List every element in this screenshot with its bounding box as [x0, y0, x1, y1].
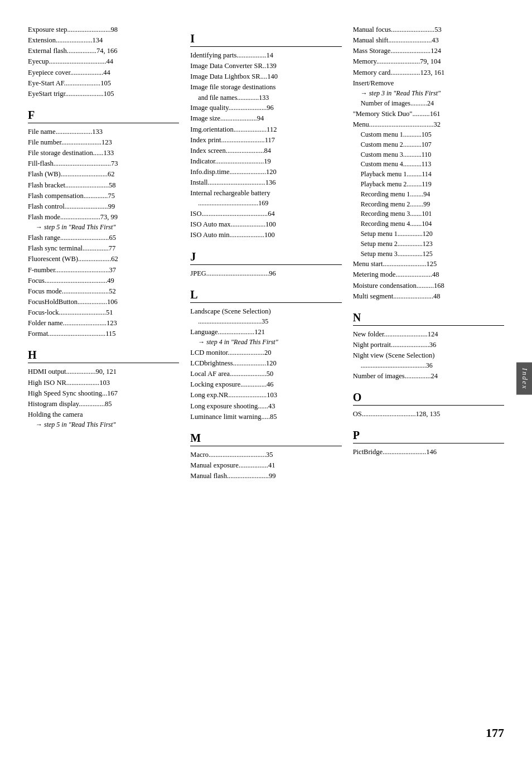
index-entry: Moisture condensation..........168 [353, 281, 504, 291]
index-entry: LCDbrightness...................120 [190, 358, 341, 368]
index-entry: Menu start.........................125 [353, 259, 504, 269]
index-entry: Index screen......................84 [190, 146, 341, 156]
index-entry: Fill-flash..............................… [28, 158, 179, 168]
index-entry: LCD monitor.....................20 [190, 348, 341, 358]
index-entry: Image size.....................94 [190, 113, 341, 123]
index-entry: Exposure step.........................98 [28, 25, 179, 35]
column-1: Exposure step.........................98… [28, 22, 179, 481]
index-entry: Night portrait......................36 [353, 340, 504, 350]
sub-entry: Number of images..........24 [353, 99, 504, 108]
index-entry: Manual exposure.................41 [190, 460, 341, 470]
index-entry: Image Data Lightbox SR....140 [190, 71, 341, 81]
index-entry: Insert/Remove [353, 78, 504, 88]
sub-entry: Setup menu 3...............125 [353, 249, 504, 259]
index-entry: Image file storage destinations [190, 82, 341, 92]
page-number: 177 [486, 726, 504, 740]
sub-entry: ....................................169 [190, 199, 341, 208]
section-letter-o: O [353, 391, 504, 406]
index-entry: Manual focus.........................53 [353, 25, 504, 35]
sub-entry: ......................................35 [190, 317, 341, 326]
index-entry: Menu....................................… [353, 119, 504, 129]
sub-entry: Recording menu 4.......104 [353, 219, 504, 229]
index-entry: Eyecup.................................4… [28, 56, 179, 66]
arrow-sub-entry: → step 3 in "Read This First" [353, 89, 504, 98]
section-letter-m: M [190, 432, 341, 446]
index-entry: HDMI output.................90, 121 [28, 367, 179, 377]
section-letter-j: J [190, 250, 341, 265]
index-entry: High ISO NR...................103 [28, 378, 179, 388]
index-entry: F-number...............................3… [28, 265, 179, 275]
arrow-sub-entry: → step 5 in "Read This First" [28, 420, 179, 429]
index-entry: Install.................................… [190, 177, 341, 187]
index-entry: Macro.................................35 [190, 450, 341, 460]
index-entry: Metering mode.....................48 [353, 269, 504, 279]
index-entry: Eyepiece cover...................44 [28, 67, 179, 78]
index-entry: Night view (Scene Selection) [353, 350, 504, 360]
sub-entry: Playback menu 2.........119 [353, 180, 504, 189]
index-entry: ISO Auto max....................100 [190, 219, 341, 229]
index-entry: Focus-lock...........................51 [28, 307, 179, 317]
index-entry: Holding the camera [28, 409, 179, 420]
sub-entry: Custom menu 4...........113 [353, 160, 504, 169]
index-entry: File name.....................133 [28, 127, 179, 137]
sub-entry: Recording menu 3.......101 [353, 209, 504, 219]
index-entry: High Speed Sync shooting...167 [28, 388, 179, 398]
page: Exposure step.........................98… [0, 0, 532, 757]
arrow-sub-entry: → step 4 in "Read This First" [190, 337, 341, 346]
index-entry: File number.......................123 [28, 137, 179, 147]
sub-entry: Custom menu 3...........110 [353, 150, 504, 160]
sub-entry: Custom menu 2...........107 [353, 140, 504, 150]
index-entry: Flash (WB)...........................62 [28, 169, 179, 179]
index-entry: Memory card.................123, 161 [353, 67, 504, 78]
column-2: IIdentifying parts.................14Ima… [190, 22, 341, 481]
index-entry: Language.....................121 [190, 327, 341, 337]
index-entry: Info.disp.time.....................120 [190, 167, 341, 177]
sub-entry: Setup menu 2...............123 [353, 239, 504, 249]
index-entry: File storage destination......133 [28, 148, 179, 158]
sub-entry: Custom menu 1...........105 [353, 130, 504, 139]
index-tab: Index [516, 362, 532, 395]
section-letter-n: N [353, 311, 504, 326]
index-entry: Locking exposure...............46 [190, 379, 341, 389]
index-entry: ISO.....................................… [190, 209, 341, 219]
section-letter-l: L [190, 288, 341, 303]
index-entry: Fluorescent (WB)...................62 [28, 254, 179, 264]
index-entry: OS...............................128, 13… [353, 409, 504, 419]
index-entry: Number of images...............24 [353, 371, 504, 381]
index-entry: Flash compensation..............75 [28, 191, 179, 201]
sub-entry: Setup menu 1...............120 [353, 229, 504, 239]
index-entry: FocusHoldButton.................106 [28, 297, 179, 307]
index-entry: Manual shift.........................43 [353, 35, 504, 45]
index-entry: Extension.....................134 [28, 35, 179, 45]
index-entry: Image Data Converter SR..139 [190, 61, 341, 71]
index-entry: ISO Auto min....................100 [190, 230, 341, 240]
index-columns: Exposure step.........................98… [28, 22, 504, 481]
sub-entry: Playback menu 1.........114 [353, 170, 504, 179]
index-entry: Image quality......................96 [190, 103, 341, 113]
index-entry: JPEG....................................… [190, 268, 341, 278]
index-entry: Local AF area.....................50 [190, 369, 341, 379]
index-entry: Flash bracket.........................58 [28, 180, 179, 190]
index-entry: Folder name.........................123 [28, 318, 179, 328]
sub-entry: and file names.............133 [190, 93, 341, 103]
index-entry: Identifying parts.................14 [190, 50, 341, 60]
index-entry: Eye-Start AF.....................105 [28, 78, 179, 88]
index-entry: Flash range............................6… [28, 233, 179, 243]
index-entry: Manual flash........................99 [190, 471, 341, 481]
index-entry: Flash mode.......................73, 99 [28, 212, 179, 222]
section-letter-f: F [28, 109, 179, 123]
index-entry: Long exposure shooting......43 [190, 401, 341, 411]
section-letter-i: I [190, 32, 341, 47]
index-entry: Flash control.........................99 [28, 201, 179, 211]
section-letter-h: H [28, 349, 179, 363]
arrow-sub-entry: → step 5 in "Read This First" [28, 223, 179, 232]
index-entry: Multi segment.......................48 [353, 291, 504, 301]
index-entry: EyeStart trigr......................105 [28, 89, 179, 99]
index-entry: Histogram display...............85 [28, 399, 179, 409]
index-entry: Mass Storage.......................124 [353, 46, 504, 56]
index-entry: Img.orientation...................112 [190, 124, 341, 134]
index-entry: PictBridge.........................146 [353, 447, 504, 457]
index-entry: External flash.................74, 166 [28, 46, 179, 56]
sub-entry: .......................................3… [353, 361, 504, 370]
index-entry: Index print.........................117 [190, 135, 341, 145]
